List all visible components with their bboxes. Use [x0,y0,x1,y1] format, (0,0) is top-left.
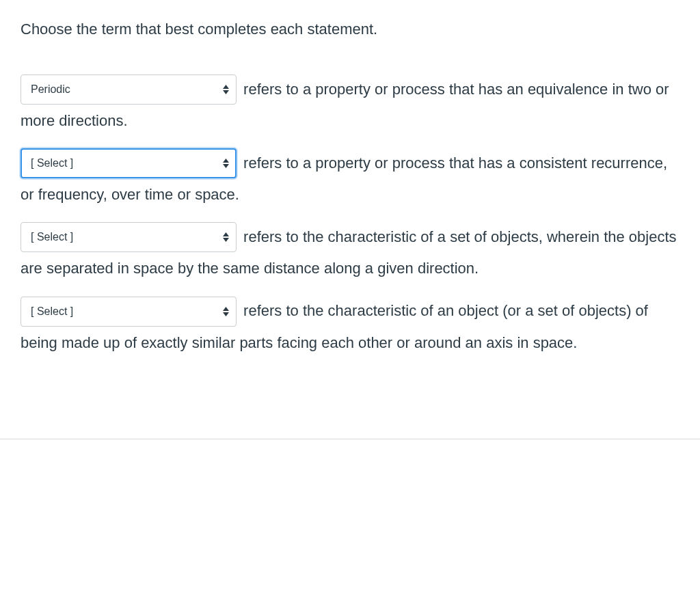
select-dropdown-3[interactable]: [ Select ] [21,222,237,252]
selected-value-4: [ Select ] [31,301,73,323]
select-wrap-3: [ Select ] [21,222,237,252]
statement-2: [ Select ] refers to a property or proce… [21,148,679,210]
sort-icon [223,232,229,242]
instructions-text: Choose the term that best completes each… [21,19,679,40]
sort-icon [223,307,229,316]
selected-value-3: [ Select ] [31,226,73,248]
select-wrap-4: [ Select ] [21,297,237,327]
select-dropdown-1[interactable]: Periodic [21,74,237,105]
sort-icon [223,85,229,94]
selected-value-2: [ Select ] [31,152,73,174]
question-container: Choose the term that best completes each… [0,0,700,411]
divider [0,439,700,439]
statement-4: [ Select ] refers to the characteristic … [21,296,679,357]
select-wrap-1: Periodic [21,74,237,105]
selected-value-1: Periodic [31,79,70,100]
select-wrap-2: [ Select ] [21,148,237,178]
select-dropdown-4[interactable]: [ Select ] [21,297,237,327]
statement-1: Periodic refers to a property or process… [21,74,679,136]
select-dropdown-2[interactable]: [ Select ] [21,148,237,178]
sort-icon [223,159,229,168]
statement-3: [ Select ] refers to the characteristic … [21,222,679,284]
